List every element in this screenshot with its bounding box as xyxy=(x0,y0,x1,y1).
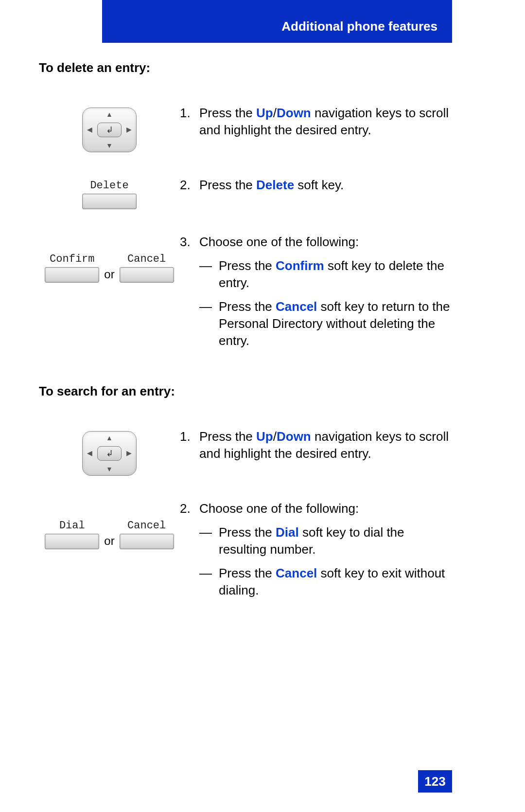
step-text: 2. Choose one of the following: — Press … xyxy=(180,500,452,599)
step-row: ▲ ▼ ◀ ▶ ↲ 1. Press the Up/Down navigatio… xyxy=(39,105,452,152)
softkey-button-icon xyxy=(45,267,99,283)
icon-column: ▲ ▼ ◀ ▶ ↲ xyxy=(39,428,180,476)
step-row: Dial or Cancel 2. Choose one of the foll… xyxy=(39,500,452,599)
softkey-graphic: Cancel xyxy=(120,253,174,283)
step-body: Press the Up/Down navigation keys to scr… xyxy=(199,428,452,462)
softkey-pair-graphic: Confirm or Cancel xyxy=(45,253,174,283)
softkey-graphic: Delete xyxy=(82,180,137,209)
dial-key-label: Dial xyxy=(276,525,299,540)
softkey-label: Dial xyxy=(59,520,85,532)
softkey-label: Delete xyxy=(90,180,128,192)
step-text: 1. Press the Up/Down navigation keys to … xyxy=(180,105,452,139)
sub-step: — Press the Cancel soft key to return to… xyxy=(180,298,452,349)
softkey-button-icon xyxy=(120,534,174,549)
cancel-key-label: Cancel xyxy=(276,566,317,580)
sub-step-body: Press the Dial soft key to dial the resu… xyxy=(219,524,452,558)
page-header: Additional phone features xyxy=(102,0,452,43)
enter-key-icon: ↲ xyxy=(97,446,122,461)
softkey-graphic: Confirm xyxy=(45,253,99,283)
step-body: Choose one of the following: xyxy=(199,234,452,251)
arrow-right-icon: ▶ xyxy=(126,126,132,133)
down-key-label: Down xyxy=(277,429,311,444)
step-number: 1. xyxy=(180,105,199,139)
dash-bullet: — xyxy=(199,257,219,291)
up-key-label: Up xyxy=(256,106,273,120)
step-body: Choose one of the following: xyxy=(199,500,452,517)
arrow-right-icon: ▶ xyxy=(126,449,132,457)
section-title-search: To search for an entry: xyxy=(39,384,452,399)
softkey-button-icon xyxy=(82,194,137,209)
or-label: or xyxy=(104,534,114,548)
sub-step: — Press the Cancel soft key to exit with… xyxy=(180,565,452,599)
softkey-label: Confirm xyxy=(50,253,94,265)
page-number: 123 xyxy=(418,770,452,793)
step-row: ▲ ▼ ◀ ▶ ↲ 1. Press the Up/Down navigatio… xyxy=(39,428,452,476)
sub-step-body: Press the Cancel soft key to return to t… xyxy=(219,298,452,349)
icon-column: Delete xyxy=(39,177,180,209)
step-text: 3. Choose one of the following: — Press … xyxy=(180,234,452,350)
softkey-button-icon xyxy=(45,534,99,549)
softkey-pair-graphic: Dial or Cancel xyxy=(45,520,174,549)
dash-bullet: — xyxy=(199,524,219,558)
softkey-button-icon xyxy=(120,267,174,283)
icon-column: Dial or Cancel xyxy=(39,500,180,549)
arrow-down-icon: ▼ xyxy=(83,465,136,473)
or-label: or xyxy=(104,268,114,281)
softkey-graphic: Cancel xyxy=(120,520,174,549)
arrow-up-icon: ▲ xyxy=(83,434,136,442)
nav-key-icon: ▲ ▼ ◀ ▶ ↲ xyxy=(82,108,137,152)
confirm-key-label: Confirm xyxy=(276,258,324,273)
softkey-label: Cancel xyxy=(127,520,166,532)
step-row: Confirm or Cancel 3. Choose one of the f… xyxy=(39,234,452,350)
step-text: 2. Press the Delete soft key. xyxy=(180,177,452,194)
header-title: Additional phone features xyxy=(281,19,438,34)
enter-key-icon: ↲ xyxy=(97,123,122,137)
icon-column: Confirm or Cancel xyxy=(39,234,180,283)
page-content: To delete an entry: ▲ ▼ ◀ ▶ ↲ 1. Press t… xyxy=(39,54,452,623)
arrow-left-icon: ◀ xyxy=(87,126,92,133)
step-number: 2. xyxy=(180,500,199,517)
section-title-delete: To delete an entry: xyxy=(39,60,452,75)
step-row: Delete 2. Press the Delete soft key. xyxy=(39,177,452,209)
softkey-graphic: Dial xyxy=(45,520,99,549)
up-key-label: Up xyxy=(256,429,273,444)
arrow-left-icon: ◀ xyxy=(87,449,92,457)
step-number: 3. xyxy=(180,234,199,251)
dash-bullet: — xyxy=(199,565,219,599)
icon-column: ▲ ▼ ◀ ▶ ↲ xyxy=(39,105,180,152)
dash-bullet: — xyxy=(199,298,219,349)
sub-step-body: Press the Confirm soft key to delete the… xyxy=(219,257,452,291)
sub-step: — Press the Dial soft key to dial the re… xyxy=(180,524,452,558)
cancel-key-label: Cancel xyxy=(276,299,317,314)
down-key-label: Down xyxy=(277,106,311,120)
softkey-label: Cancel xyxy=(127,253,166,265)
step-number: 2. xyxy=(180,177,199,194)
step-body: Press the Delete soft key. xyxy=(199,177,452,194)
step-number: 1. xyxy=(180,428,199,462)
sub-step: — Press the Confirm soft key to delete t… xyxy=(180,257,452,291)
step-body: Press the Up/Down navigation keys to scr… xyxy=(199,105,452,139)
nav-key-icon: ▲ ▼ ◀ ▶ ↲ xyxy=(82,431,137,476)
arrow-down-icon: ▼ xyxy=(83,142,136,149)
step-text: 1. Press the Up/Down navigation keys to … xyxy=(180,428,452,462)
delete-key-label: Delete xyxy=(256,178,294,192)
sub-step-body: Press the Cancel soft key to exit withou… xyxy=(219,565,452,599)
arrow-up-icon: ▲ xyxy=(83,110,136,118)
